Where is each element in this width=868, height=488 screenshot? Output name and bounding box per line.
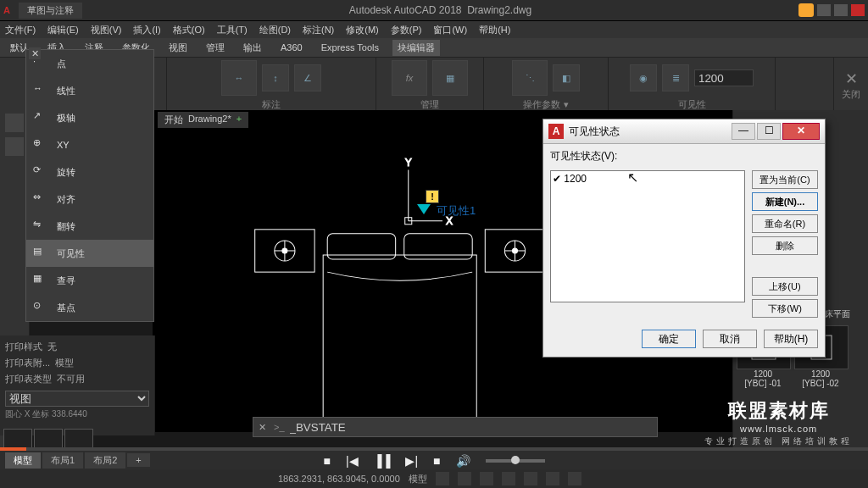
workspace-tab[interactable]: 草图与注释 <box>19 3 82 19</box>
menu-edit[interactable]: 编辑(E) <box>47 24 79 36</box>
volume-icon[interactable]: 🔊 <box>456 454 470 468</box>
video-mini-thumbs <box>3 429 93 449</box>
rail-icon[interactable] <box>5 114 24 132</box>
help-button[interactable]: 帮助(H) <box>764 330 818 348</box>
flyout-polar[interactable]: ↗极轴 <box>26 104 153 131</box>
menu-tools[interactable]: 工具(T) <box>217 24 248 36</box>
view-select[interactable]: 视图 <box>5 391 149 407</box>
ribbon-spacer <box>776 58 834 112</box>
ribbon-panel-manage: fx ▦ 管理 <box>376 58 484 112</box>
next-icon[interactable]: ▶| <box>405 454 418 468</box>
ok-button[interactable]: 确定 <box>642 330 696 348</box>
move-up-button[interactable]: 上移(U) <box>752 277 818 296</box>
action-icon[interactable]: ⋱ <box>512 60 548 96</box>
watermark-site: www.lmsck.com <box>704 424 853 434</box>
panel-label-action[interactable]: 操作参数 ▾ <box>523 98 568 111</box>
tab-view[interactable]: 视图 <box>164 40 192 56</box>
visibility-grip[interactable]: ! 可见性1 <box>417 190 476 219</box>
status-icon[interactable] <box>568 472 581 485</box>
status-icon[interactable] <box>524 472 537 485</box>
status-mode[interactable]: 模型 <box>409 473 427 485</box>
flyout-rotate[interactable]: ⟳旋转 <box>26 158 153 186</box>
menu-file[interactable]: 文件(F) <box>5 24 36 36</box>
visibility-state-icon[interactable]: ≣ <box>662 64 689 92</box>
command-line[interactable]: ✕ >_ <box>253 417 658 437</box>
drawing-tab-start[interactable]: 开始 <box>164 114 183 126</box>
table-icon[interactable]: ▦ <box>432 60 468 96</box>
dim-align-icon[interactable]: ↕ <box>262 64 289 92</box>
status-icon[interactable] <box>436 472 449 485</box>
tab-express[interactable]: Express Tools <box>316 41 384 54</box>
status-icon[interactable] <box>480 472 493 485</box>
flyout-flip[interactable]: ⇋翻转 <box>26 213 153 240</box>
set-current-button[interactable]: 置为当前(C) <box>752 170 818 189</box>
dim-linear-icon[interactable]: ↔ <box>221 60 257 96</box>
flyout-xy[interactable]: ⊕XY <box>26 131 153 158</box>
maximize-button[interactable] <box>834 4 848 16</box>
dialog-minimize-button[interactable]: — <box>732 123 755 140</box>
thumb-icon[interactable] <box>3 429 32 449</box>
dialog-title-bar[interactable]: A 可见性状态 — ☐ ✕ <box>543 119 825 144</box>
flyout-visibility[interactable]: ▤可见性 <box>26 240 153 267</box>
fx-icon[interactable]: fx <box>392 60 427 96</box>
menu-param[interactable]: 参数(P) <box>391 24 422 36</box>
tab-manage[interactable]: 管理 <box>201 40 230 56</box>
flyout-linear[interactable]: ↔线性 <box>26 77 153 104</box>
stop2-icon[interactable]: ■ <box>433 454 440 468</box>
menu-view[interactable]: 视图(V) <box>91 24 122 36</box>
action-icon-2[interactable]: ◧ <box>553 64 580 92</box>
flyout-close-icon[interactable]: ✕ <box>29 47 41 59</box>
thumb-icon[interactable] <box>64 429 93 449</box>
list-item[interactable]: ✔ 1200 <box>553 173 743 185</box>
rail-icon[interactable] <box>5 137 24 156</box>
menu-insert[interactable]: 插入(I) <box>133 24 160 36</box>
rename-button[interactable]: 重命名(R) <box>752 214 818 233</box>
dialog-maximize-button[interactable]: ☐ <box>757 123 781 140</box>
ribbon-close-panel[interactable]: ✕ 关闭 <box>834 58 868 112</box>
user-avatar-icon[interactable] <box>798 3 814 17</box>
visibility-state-list[interactable]: ✔ 1200 <box>550 170 745 302</box>
visibility-state-input[interactable] <box>694 69 754 86</box>
dialog-close-button[interactable]: ✕ <box>782 123 820 140</box>
tab-block-editor[interactable]: 块编辑器 <box>392 40 440 56</box>
flyout-lookup[interactable]: ▦查寻 <box>26 267 153 294</box>
visibility-grip-icon[interactable] <box>417 204 431 214</box>
minimize-button[interactable] <box>817 4 831 16</box>
menu-modify[interactable]: 修改(M) <box>346 24 379 36</box>
move-down-button[interactable]: 下移(W) <box>752 299 818 318</box>
new-button[interactable]: 新建(N)... <box>752 192 818 211</box>
pause-icon[interactable]: ▐▐ <box>374 454 391 468</box>
cancel-button[interactable]: 取消 <box>703 330 757 348</box>
flyout-point[interactable]: ·点 <box>26 50 153 77</box>
menu-dim[interactable]: 标注(N) <box>303 24 334 36</box>
status-icon[interactable] <box>458 472 471 485</box>
tab-a360[interactable]: A360 <box>275 41 308 54</box>
volume-slider[interactable] <box>486 459 545 463</box>
stop-icon[interactable]: ■ <box>323 454 330 468</box>
menu-draw[interactable]: 绘图(D) <box>259 24 291 36</box>
close-button[interactable] <box>851 4 865 16</box>
warning-icon: ! <box>426 190 439 203</box>
delete-button[interactable]: 删除 <box>752 236 818 255</box>
dialog-title: 可见性状态 <box>569 125 620 139</box>
dim-angle-icon[interactable]: ∠ <box>294 64 321 92</box>
prev-icon[interactable]: |◀ <box>346 454 359 468</box>
menu-help[interactable]: 帮助(H) <box>479 24 510 36</box>
ribbon-panel-visibility: ◉ ≣ 可见性 <box>609 58 776 112</box>
status-icon[interactable] <box>502 472 515 485</box>
command-input[interactable] <box>288 420 657 435</box>
menu-window[interactable]: 窗口(W) <box>433 24 467 36</box>
visibility-icon[interactable]: ◉ <box>630 64 657 92</box>
status-icon[interactable] <box>546 472 559 485</box>
menu-format[interactable]: 格式(O) <box>173 24 205 36</box>
drawing-tab-add[interactable]: + <box>236 114 242 126</box>
close-editor-icon[interactable]: ✕ <box>845 69 858 88</box>
flyout-basepoint[interactable]: ⊙基点 <box>26 294 153 321</box>
drawing-tab-file[interactable]: Drawing2* <box>188 114 231 126</box>
flyout-align[interactable]: ⇔对齐 <box>26 186 153 213</box>
thumb-icon[interactable] <box>34 429 63 449</box>
ribbon-panel-action: ⋱ ◧ 操作参数 ▾ <box>484 58 609 112</box>
align-icon: ⇔ <box>33 191 48 207</box>
cmdline-close-icon[interactable]: ✕ <box>253 422 270 433</box>
tab-output[interactable]: 输出 <box>238 40 267 56</box>
